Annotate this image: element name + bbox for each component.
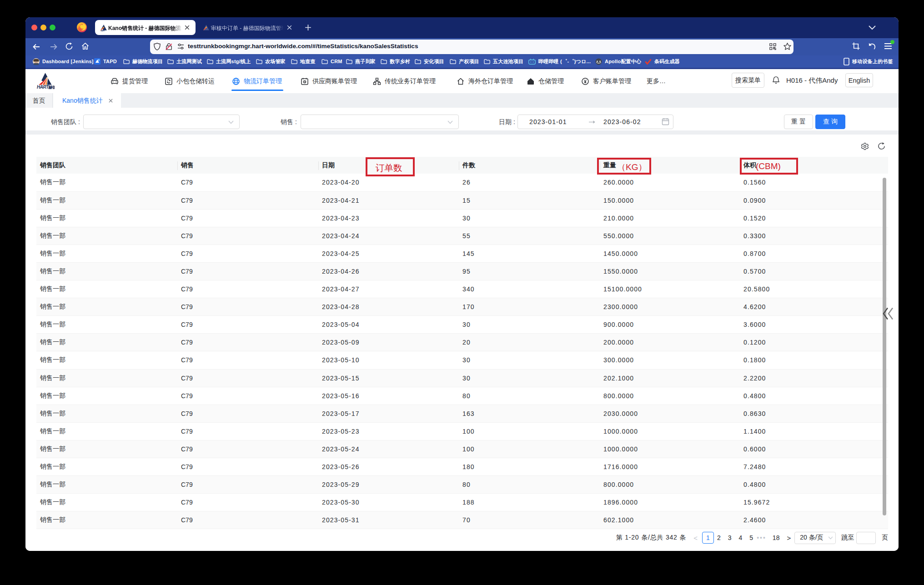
svg-text:HART: HART (37, 85, 49, 89)
svg-text:赫德: 赫德 (48, 85, 55, 90)
svg-text:HART: HART (100, 30, 105, 31)
